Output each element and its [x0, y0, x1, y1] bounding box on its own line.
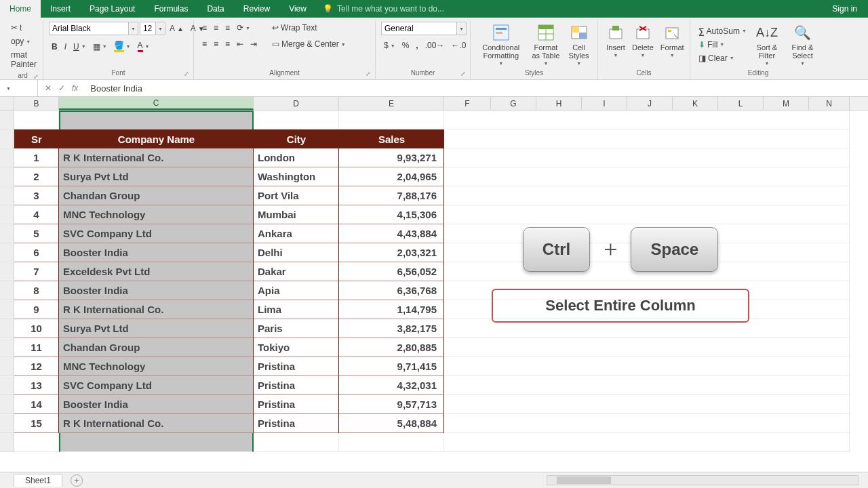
- dialog-launcher-icon[interactable]: ⤢: [183, 70, 190, 77]
- cut-button[interactable]: ✂t: [8, 22, 39, 34]
- align-center-button[interactable]: ≡: [211, 38, 221, 50]
- column-header-D[interactable]: D: [254, 97, 339, 110]
- name-box[interactable]: ▼: [0, 80, 38, 96]
- sheet-tab[interactable]: Sheet1: [14, 474, 62, 487]
- bold-button[interactable]: B: [49, 41, 60, 53]
- column-header-B[interactable]: B: [14, 97, 59, 110]
- clear-label: Clear: [708, 54, 728, 63]
- dialog-launcher-icon[interactable]: ⤢: [460, 70, 467, 77]
- format-painter-button[interactable]: rmat Painter: [8, 49, 39, 70]
- row-header[interactable]: [0, 110, 14, 129]
- tab-pagelayout[interactable]: Page Layout: [80, 0, 144, 18]
- italic-button[interactable]: I: [62, 41, 69, 53]
- tab-insert[interactable]: Insert: [41, 0, 80, 18]
- copy-button[interactable]: opy ▼: [8, 35, 39, 47]
- column-header-L[interactable]: L: [718, 97, 764, 110]
- column-header-C[interactable]: C: [59, 97, 254, 110]
- row-header[interactable]: [0, 319, 14, 338]
- row-header[interactable]: [0, 300, 14, 319]
- fill-button[interactable]: ⬇ Fill ▼: [696, 39, 749, 51]
- row-header[interactable]: [0, 129, 14, 148]
- row-header[interactable]: [0, 205, 14, 224]
- insert-icon: [606, 23, 625, 42]
- row-header[interactable]: [0, 262, 14, 281]
- column-header-H[interactable]: H: [536, 97, 582, 110]
- clear-button[interactable]: ◨ Clear ▼: [696, 52, 749, 64]
- border-button[interactable]: ▦ ▼: [90, 41, 110, 53]
- column-header-N[interactable]: N: [809, 97, 850, 110]
- cancel-icon[interactable]: ✕: [45, 83, 52, 93]
- column-header-J[interactable]: J: [627, 97, 673, 110]
- row-header[interactable]: [0, 433, 14, 452]
- fx-icon[interactable]: fx: [72, 83, 78, 93]
- increase-font-button[interactable]: A▲: [167, 22, 186, 35]
- column-header-K[interactable]: K: [673, 97, 718, 110]
- row-header[interactable]: [0, 376, 14, 395]
- column-header-I[interactable]: I: [582, 97, 627, 110]
- format-cells-button[interactable]: Format▼: [658, 22, 687, 59]
- tab-view[interactable]: View: [279, 0, 316, 18]
- scrollbar-thumb[interactable]: [557, 476, 611, 484]
- align-right-button[interactable]: ≡: [222, 38, 233, 50]
- cell-styles-icon: [570, 23, 589, 42]
- font-name-combo[interactable]: ▼: [49, 22, 138, 35]
- add-sheet-button[interactable]: +: [71, 474, 83, 487]
- comma-button[interactable]: ,: [413, 39, 420, 52]
- select-all-corner[interactable]: [0, 97, 14, 110]
- font-color-button[interactable]: A ▼: [135, 39, 153, 54]
- row-header[interactable]: [0, 357, 14, 376]
- wrap-text-button[interactable]: ↩ Wrap Text: [269, 22, 349, 34]
- tab-data[interactable]: Data: [197, 0, 233, 18]
- column-header-E[interactable]: E: [339, 97, 444, 110]
- row-header[interactable]: [0, 148, 14, 167]
- column-header-M[interactable]: M: [764, 97, 809, 110]
- tab-review[interactable]: Review: [234, 0, 279, 18]
- orientation-button[interactable]: ⟳ ▼: [234, 22, 253, 34]
- horizontal-scrollbar[interactable]: [547, 475, 859, 485]
- styles-label: Cell Styles: [568, 43, 589, 60]
- column-header-G[interactable]: G: [491, 97, 536, 110]
- key-space: Space: [631, 227, 718, 272]
- decrease-decimal-button[interactable]: ←.0: [448, 39, 469, 52]
- row-header[interactable]: [0, 186, 14, 205]
- number-format-combo[interactable]: ▼: [381, 22, 465, 35]
- indent-increase-button[interactable]: ⇥: [248, 38, 260, 50]
- row-header[interactable]: [0, 167, 14, 186]
- row-header[interactable]: [0, 414, 14, 433]
- tell-me-label: Tell me what you want to do...: [337, 4, 444, 14]
- format-as-table-button[interactable]: Format as Table▼: [528, 22, 565, 67]
- increase-decimal-button[interactable]: .00→: [422, 39, 448, 52]
- insert-cells-button[interactable]: Insert▼: [604, 22, 628, 59]
- row-header[interactable]: [0, 338, 14, 357]
- row-header[interactable]: [0, 243, 14, 262]
- sign-in-link[interactable]: Sign in: [821, 4, 868, 14]
- percent-button[interactable]: %: [399, 39, 412, 52]
- font-size-combo[interactable]: ▼: [140, 22, 165, 35]
- align-top-button[interactable]: ≡: [199, 22, 210, 34]
- align-bottom-button[interactable]: ≡: [222, 22, 233, 34]
- align-left-button[interactable]: ≡: [199, 38, 210, 50]
- delete-cells-button[interactable]: Delete▼: [629, 22, 656, 59]
- find-select-button[interactable]: 🔍Find & Select▼: [785, 22, 821, 67]
- dialog-launcher-icon[interactable]: ⤢: [365, 70, 372, 77]
- autosum-button[interactable]: ∑ AutoSum ▼: [696, 25, 749, 37]
- enter-icon[interactable]: ✓: [58, 83, 65, 93]
- conditional-formatting-button[interactable]: Conditional Formatting▼: [476, 22, 526, 67]
- row-header[interactable]: [0, 224, 14, 243]
- tab-home[interactable]: Home: [0, 0, 41, 18]
- align-middle-button[interactable]: ≡: [211, 22, 221, 34]
- formula-input[interactable]: Booster India: [85, 83, 868, 94]
- dialog-launcher-icon[interactable]: ⤢: [33, 73, 39, 80]
- currency-button[interactable]: $ ▼: [381, 39, 398, 52]
- tell-me-search[interactable]: 💡 Tell me what you want to do...: [316, 4, 821, 14]
- cell-styles-button[interactable]: Cell Styles▼: [566, 22, 592, 67]
- row-header[interactable]: [0, 395, 14, 414]
- underline-button[interactable]: U ▼: [71, 41, 89, 53]
- merge-center-button[interactable]: ▭ Merge & Center ▼: [269, 38, 349, 50]
- row-header[interactable]: [0, 281, 14, 300]
- sort-filter-button[interactable]: A↓ZSort & Filter▼: [751, 22, 783, 67]
- fill-color-button[interactable]: 🪣 ▼: [111, 39, 134, 54]
- tab-formulas[interactable]: Formulas: [144, 0, 197, 18]
- indent-decrease-button[interactable]: ⇤: [234, 38, 246, 50]
- column-header-F[interactable]: F: [444, 97, 491, 110]
